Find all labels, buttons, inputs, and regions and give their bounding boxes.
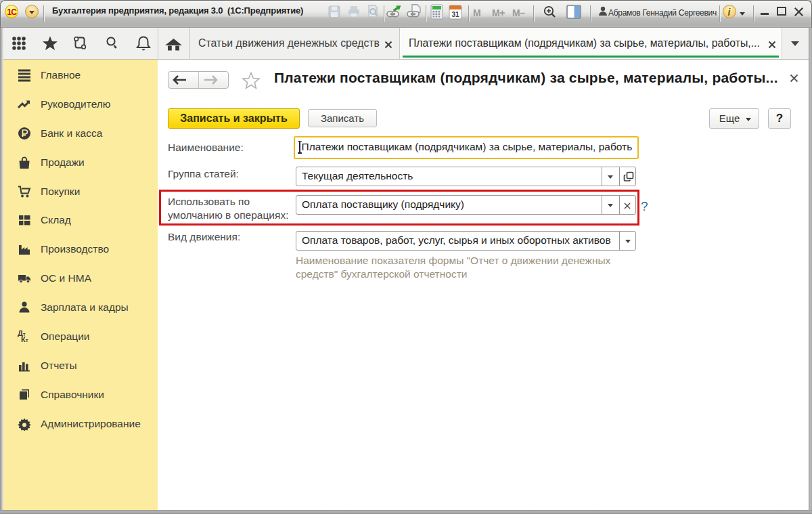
svg-text:31: 31 [451,11,459,18]
